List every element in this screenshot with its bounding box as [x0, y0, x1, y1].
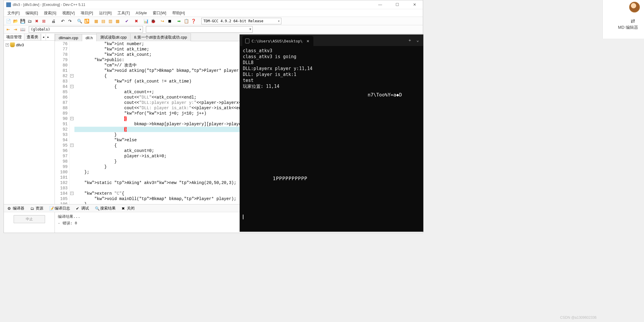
menu-file[interactable]: 文件[F] [5, 9, 22, 17]
md-editor-label[interactable]: MD 编辑器 [618, 25, 638, 30]
menu-tools[interactable]: 工具[T] [115, 9, 132, 17]
gutter-line: 104 [55, 191, 68, 196]
md-toggle-icon[interactable]: ⇄ [631, 18, 635, 24]
close-file-icon[interactable] [34, 18, 40, 24]
gutter-line: 76 [55, 41, 68, 47]
menu-window[interactable]: 窗口[W] [150, 9, 169, 17]
fold-toggle-icon[interactable]: − [70, 144, 74, 147]
compiler-select[interactable]: TDM-GCC 4.9.2 64-bit Release [201, 18, 281, 24]
secondary-toolbar: (globals) [4, 25, 423, 34]
window-title: dllv3 - [dllv3.dev] - [Executing] - Dev-… [13, 3, 374, 7]
redo-icon[interactable] [67, 18, 73, 24]
nav-fwd-icon[interactable] [12, 26, 19, 33]
find-icon[interactable] [76, 18, 83, 24]
help-icon[interactable] [190, 18, 197, 24]
gutter-line: 77 [55, 47, 68, 52]
fold-toggle-icon[interactable]: − [70, 74, 74, 77]
gutter-line: 95 [55, 143, 68, 148]
profile-icon[interactable] [143, 18, 149, 24]
app-icon [6, 2, 11, 7]
layout3-icon[interactable] [107, 18, 114, 24]
new-project-icon[interactable] [183, 18, 189, 24]
minimize-button[interactable]: — [374, 1, 386, 8]
compiler-tab-icon: ⚙ [7, 206, 12, 210]
gutter-line: 102 [55, 180, 68, 185]
tab-dllh[interactable]: dll.h [82, 34, 97, 41]
abort-button[interactable]: 中止 [14, 215, 45, 223]
stop-icon[interactable] [133, 18, 140, 24]
menu-project[interactable]: 项目[P] [78, 9, 95, 17]
layout4-icon[interactable] [114, 18, 121, 24]
sidebar-next-icon[interactable]: ▸ [46, 34, 50, 40]
layout1-icon[interactable] [93, 18, 99, 24]
gutter-line: 100 [55, 169, 68, 175]
goto-icon[interactable] [176, 18, 182, 24]
run-icon[interactable] [159, 18, 166, 24]
bookmarks-icon[interactable] [19, 26, 26, 33]
member-select[interactable] [146, 26, 253, 33]
maximize-button[interactable]: ☐ [391, 1, 403, 8]
menu-search[interactable]: 搜索[S] [42, 9, 59, 17]
terminal-tabbar: C:\Users\ASUS\Desktop\Cdll\ ✕ ＋ ⌄ [240, 35, 423, 46]
menu-view[interactable]: 视图[V] [60, 9, 77, 17]
scope-select[interactable]: (globals) [29, 26, 143, 33]
undo-icon[interactable] [60, 18, 66, 24]
tab-dllmain[interactable]: dllmain.cpp [55, 34, 82, 41]
debug-icon[interactable] [150, 18, 156, 24]
search-tab-icon: 🔍 [95, 206, 99, 210]
terminal-window: C:\Users\ASUS\Desktop\Cdll\ ✕ ＋ ⌄ class_… [240, 34, 423, 232]
replace-icon[interactable] [83, 18, 90, 24]
gutter-line: 84 [55, 84, 68, 89]
close-tab-icon: ✖ [122, 206, 126, 210]
tab-compiler[interactable]: ⚙编译器 [5, 205, 27, 212]
new-file-icon[interactable] [5, 18, 12, 24]
open-file-icon[interactable] [12, 18, 19, 24]
save-icon[interactable] [19, 18, 26, 24]
terminal-dropdown-icon[interactable]: ⌄ [417, 38, 419, 43]
terminal-new-tab-icon[interactable]: ＋ [408, 38, 412, 43]
sidebar-tab-project[interactable]: 项目管理 [4, 34, 24, 40]
gutter-line: 85 [55, 89, 68, 95]
close-all-icon[interactable] [41, 18, 47, 24]
gutter-line: 88 [55, 105, 68, 111]
gutter-line: 89 [55, 111, 68, 116]
abort-icon[interactable] [166, 18, 173, 24]
project-name: dllv3 [16, 43, 24, 47]
gutter-line: 78 [55, 52, 68, 57]
user-avatar[interactable] [629, 2, 640, 12]
tree-expand-icon[interactable]: + [6, 43, 9, 47]
print-icon[interactable] [50, 18, 57, 24]
gutter-line: 92 [55, 127, 68, 132]
layout2-icon[interactable] [100, 18, 106, 24]
debug-tab-icon: ✔ [76, 206, 80, 210]
nav-back-icon[interactable] [5, 26, 12, 33]
compilelog-tab-icon: 📝 [49, 206, 53, 210]
fold-toggle-icon[interactable]: − [70, 192, 74, 195]
tab-attack[interactable]: 8.第一个dll攻击类读取成功.cpp [130, 33, 191, 41]
tab-close[interactable]: ✖关闭 [119, 205, 137, 212]
terminal-body[interactable]: class_atkv3 class_atkv3 is going DLL8 DL… [240, 46, 423, 231]
menu-edit[interactable]: 编辑[E] [23, 9, 40, 17]
tab-searchresults[interactable]: 🔍搜索结果 [93, 205, 118, 212]
menu-help[interactable]: 帮助[H] [170, 9, 187, 17]
terminal-tab-close-icon[interactable]: ✕ [305, 38, 310, 44]
tree-project-root[interactable]: + dllv3 [5, 42, 53, 48]
sidebar-prev-icon[interactable]: ◂ [41, 34, 46, 40]
fold-toggle-icon[interactable]: − [70, 85, 74, 88]
save-all-icon[interactable] [26, 18, 33, 24]
gutter-line: 97 [55, 153, 68, 159]
sidebar-tab-classes[interactable]: 查看类 [24, 34, 41, 40]
tab-compilelog[interactable]: 📝编译日志 [47, 205, 72, 212]
tab-debug[interactable]: ✔调试 [74, 205, 91, 212]
close-button[interactable]: ✕ [409, 1, 420, 8]
main-toolbar: TDM-GCC 4.9.2 64-bit Release [4, 17, 423, 25]
tab-resources[interactable]: 🗂资源 [28, 205, 46, 212]
menu-astyle[interactable]: AStyle [133, 10, 149, 16]
tab-test[interactable]: 测试读取dll.cpp [96, 33, 131, 41]
gutter-line: 90 [55, 116, 68, 121]
terminal-tab[interactable]: C:\Users\ASUS\Desktop\Cdll\ ✕ [242, 36, 313, 46]
gutter-line: 96 [55, 148, 68, 153]
compile-icon[interactable] [124, 18, 130, 24]
fold-toggle-icon[interactable]: − [70, 117, 74, 120]
menu-run[interactable]: 运行[R] [97, 9, 114, 17]
